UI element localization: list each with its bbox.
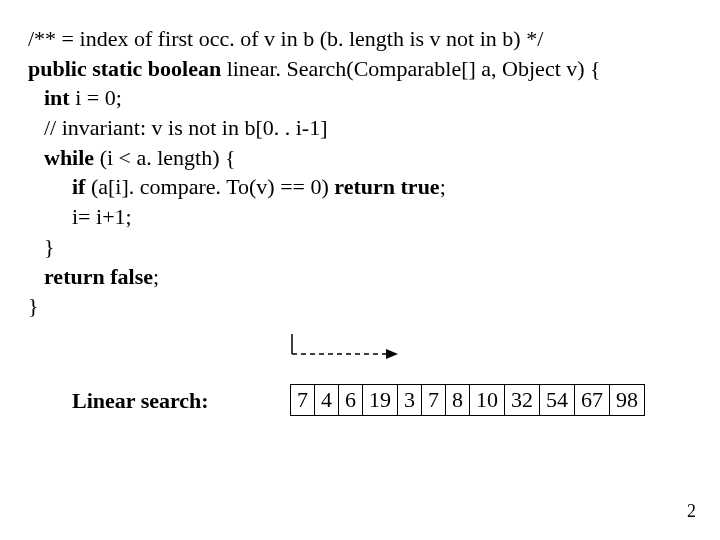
array-cell: 19 bbox=[362, 384, 398, 416]
code-line-4: // invariant: v is not in b[0. . i-1] bbox=[28, 113, 692, 143]
code-line-1: /** = index of first occ. of v in b (b. … bbox=[28, 24, 692, 54]
code-line-8: } bbox=[28, 232, 692, 262]
code-line-3: int i = 0; bbox=[28, 83, 692, 113]
array-cell: 7 bbox=[290, 384, 315, 416]
code-block: /** = index of first occ. of v in b (b. … bbox=[0, 0, 720, 321]
array-cell: 98 bbox=[609, 384, 645, 416]
dashed-arrow-icon bbox=[286, 330, 406, 370]
array-cell: 8 bbox=[445, 384, 470, 416]
code-line-9: return false; bbox=[28, 262, 692, 292]
linear-search-label: Linear search: bbox=[72, 388, 209, 414]
array-cell: 4 bbox=[314, 384, 339, 416]
code-line-5: while (i < a. length) { bbox=[28, 143, 692, 173]
array-cell: 7 bbox=[421, 384, 446, 416]
array-cell: 3 bbox=[397, 384, 422, 416]
code-line-10: } bbox=[28, 291, 692, 321]
array-table: 7 4 6 19 3 7 8 10 32 54 67 98 bbox=[290, 384, 645, 416]
array-cell: 6 bbox=[338, 384, 363, 416]
array-cell: 10 bbox=[469, 384, 505, 416]
code-line-7: i= i+1; bbox=[28, 202, 692, 232]
array-cell: 67 bbox=[574, 384, 610, 416]
page-number: 2 bbox=[687, 501, 696, 522]
array-cell: 32 bbox=[504, 384, 540, 416]
svg-marker-2 bbox=[386, 349, 398, 359]
array-cell: 54 bbox=[539, 384, 575, 416]
code-line-2: public static boolean linear. Search(Com… bbox=[28, 54, 692, 84]
code-line-6: if (a[i]. compare. To(v) == 0) return tr… bbox=[28, 172, 692, 202]
